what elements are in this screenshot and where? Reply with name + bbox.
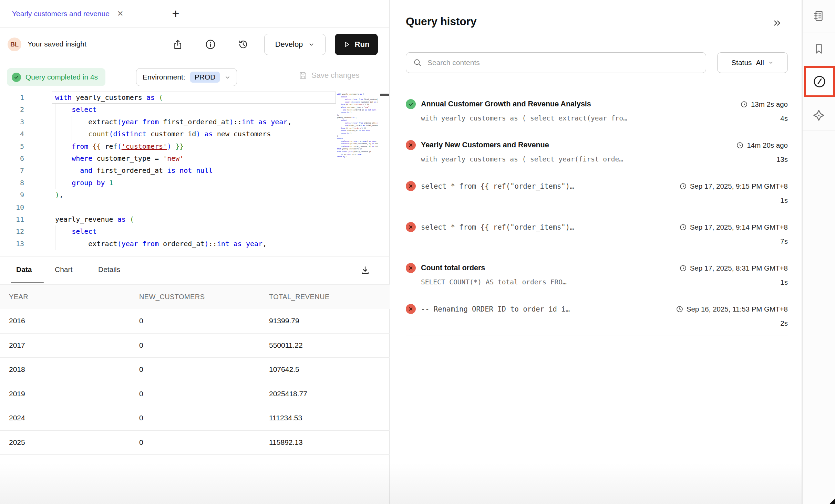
query-history-panel: Query history Status All Annual Customer…	[390, 0, 802, 504]
history-item-duration: 7s	[780, 237, 788, 245]
search-input[interactable]	[427, 59, 699, 67]
table-cell: 2025418.77	[269, 390, 307, 398]
line-number: 8	[0, 177, 24, 189]
run-button[interactable]: Run	[335, 34, 378, 55]
code-line: from {{ ref('customers') }}	[55, 140, 336, 153]
code-line: extract(year from ordered_at)::int as ye…	[55, 238, 336, 250]
code-line: select	[55, 104, 336, 116]
history-item[interactable]: Annual Customer Growth and Revenue Analy…	[406, 90, 788, 131]
code-line: ),	[55, 189, 336, 201]
tab-close-icon[interactable]: ✕	[117, 9, 123, 18]
history-item[interactable]: Yearly New Customers and Revenue14m 20s …	[406, 131, 788, 172]
column-header-total-revenue: TOTAL_REVENUE	[269, 293, 330, 301]
history-item-timestamp: 14m 20s ago	[736, 141, 788, 149]
table-cell: 0	[139, 390, 143, 398]
error-status-icon	[406, 181, 416, 191]
history-item-title: Yearly New Customers and Revenue	[421, 141, 729, 149]
history-item[interactable]: -- Renaming ORDER_ID to order_id i…Sep 1…	[406, 295, 788, 336]
line-number: 6	[0, 153, 24, 165]
table-cell: 91399.79	[269, 317, 299, 325]
table-cell: 2016	[9, 317, 25, 325]
timestamp-text: 13m 2s ago	[751, 100, 788, 108]
history-item-timestamp: Sep 16, 2025, 11:53 PM GMT+8	[676, 305, 788, 313]
editor-code-area[interactable]: with yearly_customers as ( select extrac…	[55, 92, 336, 250]
rail-divider	[803, 130, 835, 130]
minimap-line: coalesce(yr.total_revenue, 0) as total_r…	[337, 145, 378, 148]
table-row[interactable]: 2016091399.79	[0, 309, 390, 334]
bookmark-icon[interactable]	[812, 42, 826, 56]
environment-label: Environment:	[143, 73, 185, 81]
history-item[interactable]: select * from {{ ref("order_items")…Sep …	[406, 172, 788, 213]
saved-insight-label: Your saved insight	[28, 40, 86, 48]
history-item-timestamp: Sep 17, 2025, 8:31 PM GMT+8	[679, 264, 788, 272]
environment-selector[interactable]: Environment: PROD	[136, 68, 237, 86]
table-row[interactable]: 20180107642.5	[0, 358, 390, 382]
table-cell: 550011.22	[269, 341, 303, 349]
history-item[interactable]: Count total ordersSep 17, 2025, 8:31 PM …	[406, 254, 788, 295]
new-tab-button[interactable]: +	[169, 8, 182, 20]
minimap-line: sum(order_total) as total_revenue	[337, 124, 378, 127]
minimap-line: with yearly_customers as (	[337, 93, 378, 96]
history-item-query-preview: with yearly_customers as ( select extrac…	[406, 114, 780, 122]
history-item-query-preview: with yearly_customers as ( select year(f…	[406, 155, 776, 163]
table-cell: 2025	[9, 438, 25, 447]
table-cell: 0	[139, 365, 143, 374]
minimap-line: order by 1	[337, 156, 378, 158]
explore-icon[interactable]	[812, 108, 826, 122]
table-cell: 107642.5	[269, 365, 299, 374]
line-number: 9	[0, 189, 24, 201]
tab-details[interactable]: Details	[98, 265, 120, 274]
develop-dropdown[interactable]: Develop	[264, 34, 326, 55]
query-history-icon-highlighted[interactable]	[804, 66, 835, 97]
notebook-icon[interactable]	[812, 9, 826, 23]
minimap-line: full outer join yearly_revenue yr	[337, 150, 378, 153]
save-changes-button[interactable]: Save changes	[298, 71, 359, 80]
code-line: count(distinct customer_id) as new_custo…	[55, 128, 336, 140]
collapse-panel-icon[interactable]	[772, 18, 782, 28]
minimap-line: extract(year from first_ordered_at)::int…	[337, 98, 378, 101]
tab-yearly-customers-and-revenue[interactable]: Yearly customers and revenue ✕	[0, 0, 131, 27]
history-item-title: select * from {{ ref("order_items")…	[421, 223, 672, 231]
table-row[interactable]: 20250115892.13	[0, 431, 390, 455]
table-row[interactable]: 20170550011.22	[0, 334, 390, 358]
editor-minimap[interactable]: with yearly_customers as ( select extrac…	[337, 93, 378, 158]
error-status-icon	[406, 140, 416, 150]
sql-editor[interactable]: 12345678910111213 with yearly_customers …	[0, 92, 390, 253]
line-number: 7	[0, 165, 24, 177]
download-icon[interactable]	[359, 264, 371, 276]
timestamp-text: Sep 17, 2025, 9:14 PM GMT+8	[690, 223, 788, 231]
search-icon	[413, 58, 422, 67]
save-changes-label: Save changes	[311, 71, 359, 80]
play-icon	[343, 41, 350, 48]
history-item[interactable]: select * from {{ ref("order_items")…Sep …	[406, 213, 788, 254]
tab-chart[interactable]: Chart	[55, 265, 72, 274]
editor-scrollbar-thumb[interactable]	[380, 94, 389, 96]
minimap-line: yearly_revenue as (	[337, 116, 378, 119]
line-number: 2	[0, 104, 24, 116]
info-icon[interactable]	[204, 38, 217, 51]
line-number: 5	[0, 140, 24, 153]
minimap-line: select	[337, 137, 378, 140]
search-container	[406, 52, 706, 73]
version-history-icon[interactable]	[237, 38, 250, 51]
query-status-badge: Query completed in 4s	[7, 68, 105, 86]
tab-bar: Yearly customers and revenue ✕ +	[0, 0, 389, 28]
code-line: group by 1	[55, 177, 336, 189]
clock-icon	[676, 305, 683, 313]
minimap-line: )	[337, 135, 378, 138]
line-number: 11	[0, 213, 24, 225]
column-header-new-customers: NEW_CUSTOMERS	[139, 293, 205, 301]
table-cell: 0	[139, 414, 143, 422]
success-check-icon	[12, 73, 21, 82]
tab-data[interactable]: Data	[16, 265, 32, 274]
clock-icon	[679, 223, 687, 231]
table-row[interactable]: 201902025418.77	[0, 382, 390, 407]
history-item-duration: 2s	[780, 319, 788, 327]
share-icon[interactable]	[171, 38, 184, 51]
editor-line-numbers: 12345678910111213	[0, 92, 24, 250]
table-row[interactable]: 20240111234.53	[0, 406, 390, 431]
minimap-line: ),	[337, 114, 378, 117]
x-icon	[408, 265, 413, 271]
develop-label: Develop	[275, 40, 303, 49]
status-filter-dropdown[interactable]: Status All	[717, 52, 788, 73]
